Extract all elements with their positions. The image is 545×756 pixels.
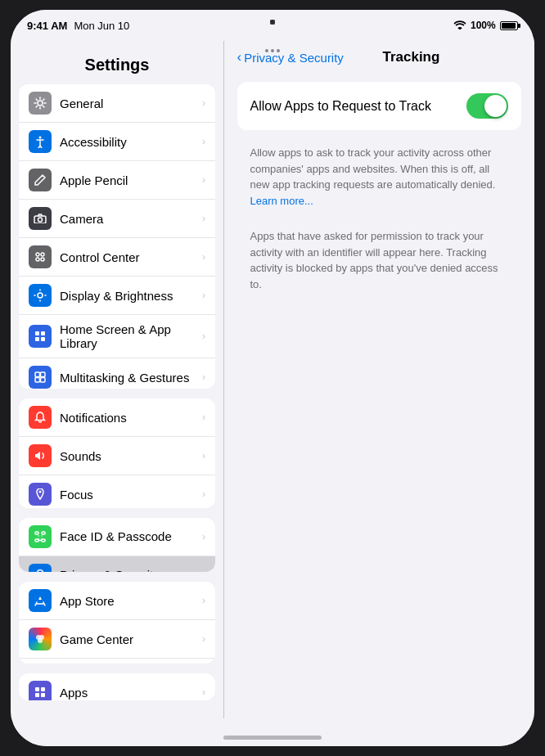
- back-label: Privacy & Security: [244, 51, 344, 65]
- sidebar-item-display[interactable]: Display & Brightness ›: [19, 277, 215, 315]
- svg-rect-38: [41, 693, 45, 697]
- sidebar-item-accessibility[interactable]: Accessibility ›: [19, 123, 215, 161]
- sidebar: Settings General › Accessibility ›: [11, 41, 223, 718]
- camera-dot: [270, 20, 275, 25]
- svg-point-5: [41, 253, 44, 256]
- general-chevron: ›: [202, 97, 205, 109]
- svg-rect-23: [42, 532, 45, 534]
- display-chevron: ›: [202, 290, 205, 301]
- sidebar-item-app-store[interactable]: App Store ›: [19, 582, 215, 620]
- svg-rect-11: [35, 337, 39, 341]
- control-center-label: Control Center: [60, 250, 202, 264]
- sidebar-item-face-id[interactable]: Face ID & Passcode ›: [19, 518, 215, 556]
- control-center-icon: [29, 245, 52, 268]
- sidebar-item-home-screen[interactable]: Home Screen & App Library ›: [19, 315, 215, 358]
- home-screen-icon: [29, 325, 52, 348]
- app-store-icon: [29, 589, 52, 612]
- game-center-icon: [29, 628, 52, 650]
- notifications-chevron: ›: [202, 412, 205, 423]
- face-id-label: Face ID & Passcode: [60, 529, 202, 543]
- svg-rect-24: [35, 539, 38, 542]
- sidebar-item-general[interactable]: General ›: [19, 84, 215, 123]
- sidebar-item-game-center[interactable]: Game Center ›: [19, 620, 215, 659]
- privacy-security-chevron: ›: [202, 569, 205, 572]
- accessibility-icon: [29, 130, 52, 153]
- apps-icon: [29, 681, 52, 700]
- focus-icon: [29, 483, 52, 506]
- display-icon: [29, 284, 52, 307]
- allow-tracking-label: Allow Apps to Request to Track: [250, 99, 431, 114]
- sidebar-item-control-center[interactable]: Control Center ›: [19, 238, 215, 277]
- svg-point-1: [39, 137, 42, 139]
- sidebar-item-apps[interactable]: Apps ›: [19, 673, 215, 700]
- camera-chevron: ›: [202, 213, 205, 224]
- sidebar-item-focus[interactable]: Focus ›: [19, 475, 215, 507]
- svg-rect-14: [41, 372, 46, 377]
- content-area: Allow Apps to Request to Track Allow app…: [224, 72, 535, 718]
- svg-rect-10: [41, 331, 45, 335]
- privacy-security-label: Privacy & Security: [60, 568, 202, 572]
- svg-point-7: [41, 258, 44, 261]
- sidebar-group-2: Notifications › Sounds › Focus ›: [19, 398, 215, 507]
- privacy-icon: [29, 564, 52, 572]
- svg-rect-15: [35, 378, 40, 383]
- more-dots: [265, 49, 280, 52]
- svg-rect-36: [41, 687, 45, 691]
- sounds-label: Sounds: [60, 449, 202, 463]
- toggle-knob: [484, 95, 507, 117]
- focus-chevron: ›: [202, 488, 205, 500]
- learn-more-link[interactable]: Learn more...: [250, 195, 313, 207]
- status-date: Mon Jun 10: [74, 20, 129, 32]
- tracking-description-2: Apps that have asked for permission to t…: [237, 218, 522, 299]
- settings-title: Settings: [11, 49, 223, 84]
- sidebar-item-notifications[interactable]: Notifications ›: [19, 398, 215, 437]
- page-title: Tracking: [382, 49, 489, 65]
- svg-point-20: [39, 491, 42, 493]
- apple-pencil-chevron: ›: [202, 174, 205, 186]
- bottom-bar: [11, 718, 534, 746]
- multitasking-icon: [29, 366, 52, 389]
- apple-pencil-icon: [29, 169, 52, 191]
- sidebar-item-wallet[interactable]: Wallet & Apple Pay ›: [19, 659, 215, 664]
- sidebar-item-camera[interactable]: Camera ›: [19, 200, 215, 238]
- home-screen-chevron: ›: [202, 331, 205, 342]
- svg-point-8: [38, 293, 43, 298]
- svg-point-32: [38, 638, 43, 643]
- sounds-chevron: ›: [202, 450, 205, 461]
- sidebar-item-privacy-security[interactable]: Privacy & Security ›: [19, 556, 215, 572]
- accessibility-label: Accessibility: [60, 135, 202, 149]
- sidebar-group-5: Apps ›: [19, 673, 215, 700]
- home-indicator[interactable]: [223, 736, 322, 740]
- notifications-label: Notifications: [60, 411, 202, 425]
- sounds-icon: [29, 444, 52, 467]
- game-center-label: Game Center: [60, 632, 202, 646]
- svg-rect-16: [41, 378, 46, 383]
- status-time: 9:41 AM: [27, 20, 67, 32]
- battery-icon: 100%: [471, 20, 518, 31]
- svg-point-26: [38, 535, 39, 537]
- svg-rect-13: [35, 372, 40, 377]
- accessibility-chevron: ›: [202, 136, 205, 147]
- multitasking-chevron: ›: [202, 371, 205, 383]
- sidebar-item-multitasking[interactable]: Multitasking & Gestures ›: [19, 358, 215, 389]
- svg-rect-9: [35, 331, 39, 335]
- sidebar-group-1: General › Accessibility › Apple Pencil ›: [19, 84, 215, 389]
- display-label: Display & Brightness: [60, 289, 202, 303]
- camera-icon: [29, 207, 52, 230]
- notifications-icon: [29, 406, 52, 429]
- svg-rect-35: [35, 687, 39, 691]
- sidebar-item-sounds[interactable]: Sounds ›: [19, 437, 215, 475]
- allow-tracking-toggle[interactable]: [466, 93, 508, 119]
- status-icons: 100%: [453, 20, 518, 32]
- back-button[interactable]: ‹ Privacy & Security: [237, 49, 344, 65]
- tracking-description-1: Allow apps to ask to track your activity…: [237, 138, 522, 218]
- apple-pencil-label: Apple Pencil: [60, 173, 202, 187]
- focus-label: Focus: [60, 488, 202, 502]
- svg-rect-22: [35, 532, 38, 534]
- home-screen-label: Home Screen & App Library: [60, 322, 202, 350]
- svg-rect-37: [35, 693, 39, 697]
- sidebar-item-apple-pencil[interactable]: Apple Pencil ›: [19, 161, 215, 200]
- apps-label: Apps: [60, 686, 202, 700]
- general-label: General: [60, 97, 202, 110]
- svg-rect-12: [41, 337, 45, 341]
